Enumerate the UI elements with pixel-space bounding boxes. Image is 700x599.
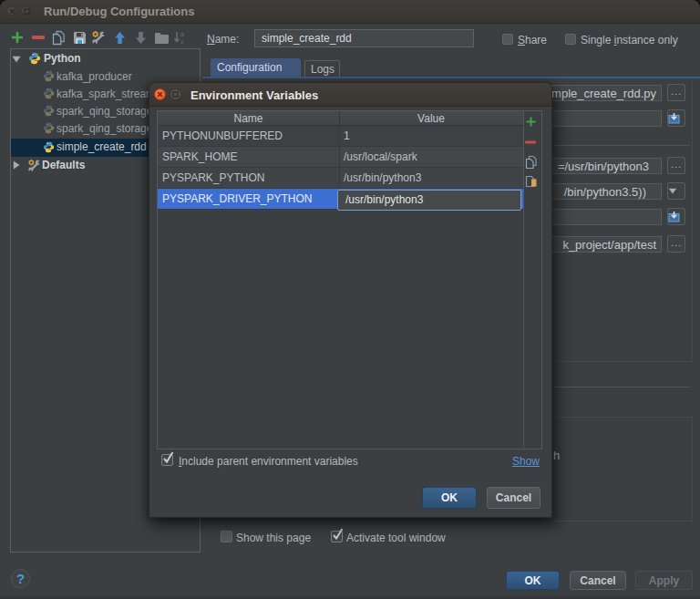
svg-text:a: a <box>180 31 184 37</box>
svg-text:z: z <box>180 38 184 45</box>
